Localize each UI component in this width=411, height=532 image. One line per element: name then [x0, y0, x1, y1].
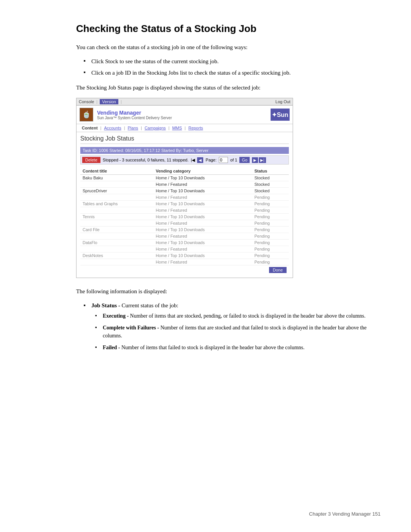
cell-status: Pending [252, 207, 289, 214]
intro-bullets: Click Stock to see the status of the cur… [84, 57, 381, 77]
footer: Chapter 3 Vending Manager 151 [309, 511, 381, 517]
nav-content[interactable]: Content [80, 126, 100, 130]
next-page-arrows: ▶ ▶| [252, 157, 266, 163]
navigation: Content | Accounts | Plans | Campaigns |… [76, 124, 293, 132]
nav-accounts[interactable]: Accounts [102, 126, 123, 130]
cell-status: Pending [252, 201, 289, 207]
col-status: Status [252, 168, 289, 175]
done-button[interactable]: Done [269, 267, 287, 273]
cell-content-title: Baku Baku [80, 175, 153, 181]
of-label: of 1 [230, 158, 237, 162]
table-row: Home / FeaturedPending [80, 246, 289, 252]
cell-status: Pending [252, 194, 289, 201]
cell-vending-category: Home / Top 10 Downloads [153, 252, 252, 259]
separator: | [96, 99, 97, 104]
cell-status: Pending [252, 246, 289, 252]
col-vending-category: Vending category [153, 168, 252, 175]
bullet-item: Click Stock to see the status of the cur… [84, 57, 381, 66]
cell-vending-category: Home / Top 10 Downloads [153, 214, 252, 220]
table-row: Card FileHome / Top 10 DownloadsPending [80, 227, 289, 233]
cell-vending-category: Home / Top 10 Downloads [153, 227, 252, 233]
content-area: Stocking Job Status Task ID: 1006 Starte… [76, 132, 293, 278]
cell-vending-category: Home / Top 10 Downloads [153, 201, 252, 207]
action-row: Delete Stopped - 3 successful, 0 failure… [80, 155, 289, 165]
complete-failures-item: Complete with Failures - Number of items… [95, 324, 381, 340]
bullet-item: Click on a job ID in the Stocking Jobs l… [84, 69, 381, 77]
nav-separator: | [124, 126, 125, 130]
job-status-label: Job Status - [91, 302, 120, 308]
after-intro: The following information is displayed: [76, 287, 381, 296]
cell-content-title [80, 259, 153, 265]
brand-title: Vending Manager [97, 110, 271, 116]
cell-status: Pending [252, 214, 289, 220]
table-row: Tables and GraphsHome / Top 10 Downloads… [80, 201, 289, 207]
cell-content-title [80, 207, 153, 214]
cell-vending-category: Home / Featured [153, 194, 252, 201]
delete-button[interactable]: Delete [82, 157, 100, 163]
cell-status: Stocked [252, 175, 289, 181]
nav-separator: | [100, 126, 102, 130]
table-row: DataFloHome / Top 10 DownloadsPending [80, 240, 289, 246]
table-row: Home / FeaturedStocked [80, 181, 289, 188]
cell-vending-category: Home / Featured [153, 233, 252, 240]
table-row: Home / FeaturedPending [80, 259, 289, 265]
nav-mms[interactable]: MMS [170, 126, 184, 130]
failed-text: Number of items that failed to stock is … [120, 345, 305, 350]
table-row: Home / FeaturedPending [80, 194, 289, 201]
cell-status: Pending [252, 233, 289, 240]
table-row: DeskNotesHome / Top 10 DownloadsPending [80, 252, 289, 259]
cell-status: Pending [252, 227, 289, 233]
page-input[interactable] [219, 157, 228, 163]
cell-vending-category: Home / Featured [153, 181, 252, 188]
cell-content-title [80, 181, 153, 188]
nav-campaigns[interactable]: Campaigns [142, 126, 168, 130]
intro-paragraph: You can check on the status of a stockin… [76, 43, 381, 52]
cell-status: Stocked [252, 188, 289, 194]
job-status-list: Job Status - Current status of the job: … [84, 301, 381, 352]
cell-content-title [80, 220, 153, 227]
nav-separator: | [169, 126, 170, 130]
cell-content-title: Tennis [80, 214, 153, 220]
taskbar: Task ID: 1006 Started: 08/16/05, 17:17:1… [80, 147, 289, 154]
executing-text: Number of items that are stocked, pendin… [129, 313, 365, 319]
cell-vending-category: Home / Featured [153, 220, 252, 227]
header: 🍵 Vending Manager Sun Java™ System Conte… [76, 105, 293, 124]
prev-page-button[interactable]: ◀ [197, 157, 203, 163]
executing-label: Executing - [103, 313, 129, 319]
table-row: Home / FeaturedPending [80, 233, 289, 240]
cell-vending-category: Home / Top 10 Downloads [153, 175, 252, 181]
last-page-button[interactable]: ▶| [259, 157, 266, 163]
job-status-text: Current status of the job: [120, 302, 178, 308]
cell-content-title: SpruceDriver [80, 188, 153, 194]
done-row: Done [80, 265, 289, 275]
next-page-button[interactable]: ▶ [252, 157, 258, 163]
cell-vending-category: Home / Top 10 Downloads [153, 188, 252, 194]
version-tab[interactable]: Version [100, 99, 118, 104]
logout-link[interactable]: Log Out [276, 99, 290, 104]
cell-content-title: Card File [80, 227, 153, 233]
cell-content-title: DataFlo [80, 240, 153, 246]
complete-failures-label: Complete with Failures - [103, 325, 159, 331]
cell-vending-category: Home / Top 10 Downloads [153, 240, 252, 246]
nav-reports[interactable]: Reports [186, 126, 206, 130]
console-link[interactable]: Console [79, 99, 94, 104]
nav-plans[interactable]: Plans [126, 126, 141, 130]
logo-image: 🍵 [80, 108, 93, 121]
cell-status: Pending [252, 252, 289, 259]
go-button[interactable]: Go [239, 157, 250, 163]
cell-content-title [80, 233, 153, 240]
cell-status: Pending [252, 259, 289, 265]
page-title: Checking the Status of a Stocking Job [76, 23, 381, 35]
job-status-sub-list: Executing - Number of items that are sto… [95, 312, 381, 351]
stocking-job-title: Stocking Job Status [80, 135, 289, 144]
cell-status: Pending [252, 220, 289, 227]
nav-separator: | [141, 126, 142, 130]
sun-logo: ✦Sun [271, 109, 290, 121]
page-label: Page: [206, 158, 217, 162]
table-row: Home / FeaturedPending [80, 207, 289, 214]
job-status-item: Job Status - Current status of the job: … [84, 301, 381, 352]
table-row: Baku BakuHome / Top 10 DownloadsStocked [80, 175, 289, 181]
brand-subtitle: Sun Java™ System Content Delivery Server [97, 116, 271, 120]
failed-label: Failed - [103, 345, 120, 350]
col-content-title: Content title [80, 168, 153, 175]
